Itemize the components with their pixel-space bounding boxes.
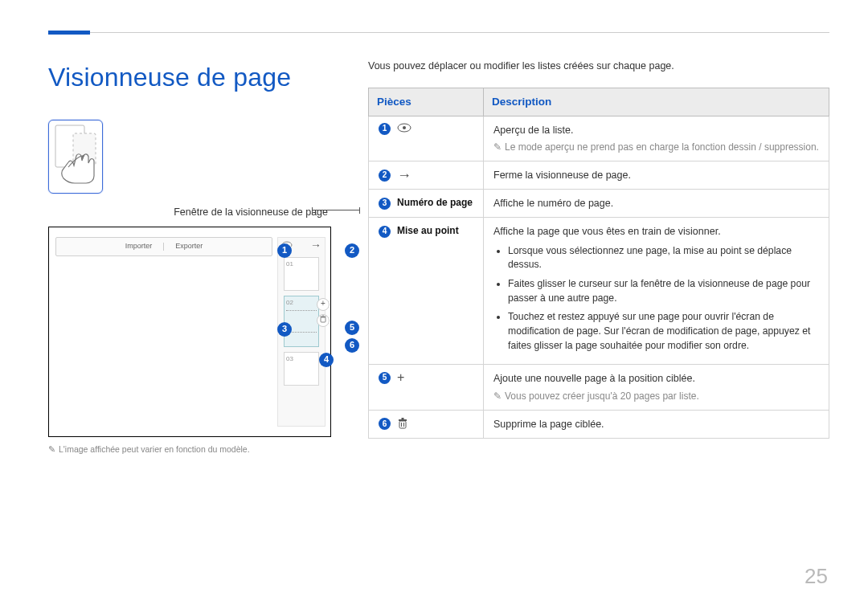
eye-icon	[397, 123, 411, 134]
row-desc: Aperçu de la liste.	[493, 123, 819, 137]
table-row: 6 Supprime la page ciblée.	[369, 410, 829, 438]
row-desc: Ajoute une nouvelle page à la position c…	[493, 371, 819, 386]
page-title: Visionneuse de page	[48, 59, 330, 96]
pen-icon: ✎	[48, 444, 55, 454]
gesture-thumbnail	[48, 120, 103, 194]
svg-rect-12	[402, 418, 404, 419]
toolbar-export-label: Exporter	[175, 241, 203, 251]
row-note: ✎Le mode aperçu ne prend pas en charge l…	[493, 141, 819, 154]
dimension-bracket	[312, 210, 360, 225]
th-parts: Pièces	[369, 88, 484, 116]
callout-badge-4: 4	[319, 353, 334, 367]
bullet-item: Lorsque vous sélectionnez une page, la m…	[508, 244, 819, 272]
svg-rect-11	[399, 419, 407, 421]
viewer-caption: Fenêtre de la visionneuse de page	[48, 205, 330, 219]
toolbar-import-label: Importer	[125, 241, 153, 251]
intro-text: Vous pouvez déplacer ou modifier les lis…	[368, 59, 829, 73]
th-description: Description	[484, 88, 829, 116]
svg-rect-7	[322, 315, 324, 316]
row-bullets: Lorsque vous sélectionnez une page, la m…	[493, 244, 819, 353]
viewer-toolbar: Importer Exporter	[55, 237, 272, 256]
callout-badge-6: 6	[345, 338, 359, 353]
trash-icon	[317, 314, 330, 327]
plus-icon: +	[397, 371, 404, 384]
callout-badge-3: 3	[277, 322, 292, 337]
row-badge: 5	[379, 372, 391, 384]
callout-badge-1: 1	[277, 243, 292, 258]
header-accent	[48, 31, 90, 35]
toolbar-separator	[163, 243, 164, 251]
page-num-label: 02	[286, 299, 293, 306]
viewer-page-thumb: 03	[284, 352, 319, 386]
header-rule	[48, 32, 829, 36]
table-row: 3 Numéro de page Affiche le numéro de pa…	[369, 190, 829, 218]
viewer-footnote: ✎L'image affichée peut varier en fonctio…	[48, 443, 330, 456]
svg-rect-5	[321, 317, 326, 322]
table-row: 2 → Ferme la visionneuse de page.	[369, 161, 829, 190]
plus-icon: +	[317, 298, 330, 311]
pen-icon: ✎	[493, 390, 502, 402]
callout-badge-5: 5	[345, 321, 359, 335]
row-label: Mise au point	[397, 224, 459, 238]
svg-point-9	[403, 126, 406, 129]
row-note: ✎Vous pouvez créer jusqu'à 20 pages par …	[493, 390, 819, 403]
row-badge: 4	[379, 226, 391, 238]
table-row: 5 + Ajoute une nouvelle page à la positi…	[369, 365, 829, 411]
callout-badge-2: 2	[345, 243, 359, 258]
footnote-text: L'image affichée peut varier en fonction…	[59, 444, 250, 454]
bullet-item: Touchez et restez appuyé sur une page po…	[508, 310, 819, 353]
row-desc: Affiche la page que vous êtes en train d…	[493, 224, 819, 239]
page-num-label: 01	[286, 260, 293, 268]
arrow-right-icon: →	[310, 239, 321, 251]
row-badge: 6	[379, 418, 391, 430]
trash-icon	[397, 417, 408, 431]
bullet-item: Faites glisser le curseur sur la fenêtre…	[508, 277, 819, 305]
viewer-screenshot: Importer Exporter → 01 02 +	[48, 227, 331, 437]
viewer-page-thumb: 01	[284, 257, 319, 291]
arrow-right-icon: →	[397, 168, 411, 182]
svg-rect-10	[399, 421, 406, 428]
row-desc: Supprime la page ciblée.	[493, 417, 819, 431]
pen-icon: ✎	[493, 141, 502, 153]
svg-rect-6	[321, 316, 326, 317]
table-row: 4 Mise au point Affiche la page que vous…	[369, 218, 829, 365]
table-row: 1 Aperçu de la liste. ✎Le mode aperçu ne…	[369, 116, 829, 161]
row-desc: Affiche le numéro de page.	[493, 196, 819, 210]
parts-table: Pièces Description 1	[368, 88, 829, 439]
row-desc: Ferme la visionneuse de page.	[493, 168, 819, 182]
row-label: Numéro de page	[397, 196, 473, 210]
row-badge: 1	[379, 123, 391, 135]
page-num-label: 03	[286, 355, 293, 362]
page-number: 25	[805, 562, 828, 592]
viewer-page-thumb-focused: 02 +	[284, 296, 319, 347]
row-badge: 2	[379, 170, 391, 182]
row-badge: 3	[379, 198, 391, 210]
